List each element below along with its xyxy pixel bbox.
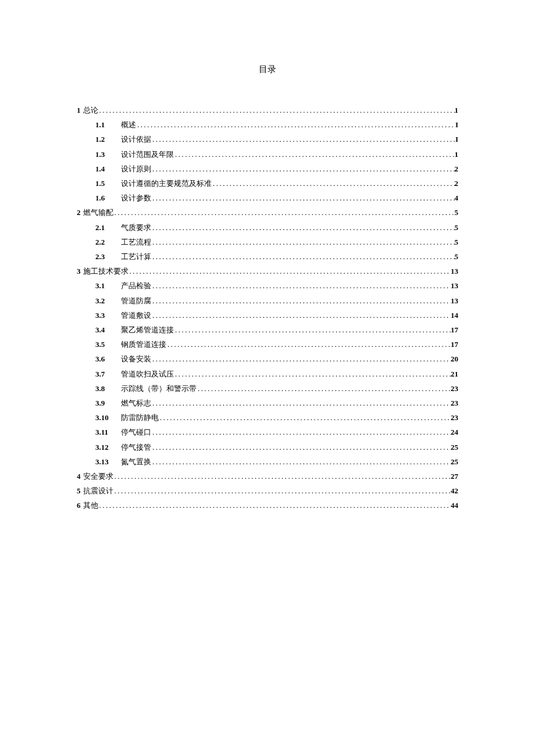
toc-leader-dots — [159, 410, 451, 425]
toc-entry-text: 设计原则 — [121, 162, 151, 176]
toc-leader-dots — [151, 162, 455, 176]
toc-entry-page: 25 — [451, 440, 458, 454]
toc-entry: 2.3工艺计算5 — [77, 249, 458, 264]
toc-entry-page: 5 — [455, 205, 459, 220]
toc-entry-number: 3 — [77, 264, 81, 278]
toc-entry-text: 工艺流程 — [121, 235, 151, 249]
toc-entry-number: 3.8 — [95, 381, 121, 396]
toc-entry-page: 13 — [451, 264, 458, 278]
toc-entry-page: 25 — [451, 454, 458, 469]
toc-entry-text: 设计参数 — [121, 191, 151, 205]
toc-entry-number: 3.11 — [95, 425, 121, 439]
toc-leader-dots — [151, 235, 455, 249]
toc-leader-dots — [151, 396, 451, 410]
toc-entry-text: 钢质管道连接 — [121, 337, 166, 352]
toc-entry-page: 17 — [451, 323, 458, 337]
toc-entry-page: 23 — [451, 396, 458, 410]
toc-leader-dots — [98, 103, 455, 117]
toc-entry-page: 13 — [451, 278, 458, 293]
toc-entry-text: 防雷防静电 — [121, 410, 159, 425]
toc-entry: 5抗震设计42 — [77, 483, 458, 498]
toc-entry-number: 3.1 — [95, 278, 121, 293]
toc-entry: 1.2设计依据I — [77, 132, 458, 146]
toc-leader-dots — [197, 381, 451, 396]
toc-entry-text: 施工技术要求 — [83, 264, 129, 278]
toc-entry-number: 6 — [77, 498, 81, 513]
toc-leader-dots — [151, 220, 455, 235]
toc-entry-text: 氮气置换 — [121, 454, 151, 469]
toc-entry-text: 聚乙烯管道连接 — [121, 323, 174, 337]
toc-entry-page: 1 — [455, 147, 459, 162]
toc-leader-dots — [151, 352, 451, 366]
toc-entry: 3施工技术要求13 — [77, 264, 458, 278]
toc-leader-dots — [151, 308, 451, 323]
toc-entry: 3.6设备安装20 — [77, 352, 458, 366]
toc-entry-page: 24 — [451, 425, 458, 439]
toc-entry-number: 1.1 — [95, 117, 121, 132]
toc-entry-page: 2 — [455, 176, 459, 191]
toc-entry-text: 停气接管 — [121, 440, 151, 454]
toc-leader-dots — [174, 323, 451, 337]
toc-entry-page: 5 — [455, 249, 459, 264]
toc-entry-number: 3.12 — [95, 440, 121, 454]
toc-entry-text: 设计遵循的主要规范及标准 — [121, 176, 212, 191]
toc-entry-number: 3.13 — [95, 454, 121, 469]
toc-entry: 4安全要求27 — [77, 469, 458, 483]
toc-leader-dots — [151, 132, 455, 146]
toc-entry-text: 停气碰口 — [121, 425, 151, 439]
toc-entry-number: 3.9 — [95, 396, 121, 410]
toc-entry: 1.4设计原则2 — [77, 162, 458, 176]
toc-entry: 6其他44 — [77, 498, 458, 513]
toc-entry-text: 抗震设计 — [83, 483, 113, 498]
toc-entry-number: 5 — [77, 483, 81, 498]
toc-entry: 3.5钢质管道连接17 — [77, 337, 458, 352]
toc-entry-text: 设计范围及年限 — [121, 147, 174, 162]
toc-entry-page: 20 — [451, 352, 458, 366]
toc-entry: 3.9燃气标志23 — [77, 396, 458, 410]
toc-leader-dots — [129, 264, 451, 278]
toc-entry-page: 1 — [455, 103, 459, 117]
toc-entry-page: 4 — [455, 191, 459, 205]
toc-entry-text: 其他 — [83, 498, 98, 513]
toc-entry-page: I — [455, 117, 458, 132]
toc-leader-dots — [136, 117, 455, 132]
toc-entry: 1.5设计遵循的主要规范及标准2 — [77, 176, 458, 191]
toc-leader-dots — [113, 483, 451, 498]
toc-entry-page: 44 — [451, 498, 458, 513]
toc-entry: 2.2工艺流程5 — [77, 235, 458, 249]
toc-entry-text: 燃气标志 — [121, 396, 151, 410]
toc-entry-number: 3.4 — [95, 323, 121, 337]
toc-entry-number: 2.2 — [95, 235, 121, 249]
toc-entry-text: 产品检验 — [121, 278, 151, 293]
toc-title: 目录 — [77, 64, 458, 75]
toc-entry-text: 设计依据 — [121, 132, 151, 146]
toc-entry-page: 2 — [455, 162, 459, 176]
toc-entry-number: 2.1 — [95, 220, 121, 235]
toc-entry-number: 3.7 — [95, 367, 121, 381]
toc-entry-text: 管道敷设 — [121, 308, 151, 323]
toc-entry: 3.1产品检验13 — [77, 278, 458, 293]
toc-entry-number: 2 — [77, 205, 81, 220]
toc-entry: 3.2管道防腐13 — [77, 293, 458, 308]
toc-entry-number: 3.6 — [95, 352, 121, 366]
toc-leader-dots — [166, 337, 451, 352]
toc-entry: 3.10防雷防静电23 — [77, 410, 458, 425]
toc-entry: 1.6设计参数4 — [77, 191, 458, 205]
toc-entry: 1总论1 — [77, 103, 458, 117]
toc-entry-number: 1.5 — [95, 176, 121, 191]
toc-entry-number: 3.5 — [95, 337, 121, 352]
toc-entry-page: 21 — [451, 367, 458, 381]
toc-entry: 3.11停气碰口24 — [77, 425, 458, 439]
toc-entry-number: 1.2 — [95, 132, 121, 146]
toc-leader-dots — [212, 176, 455, 191]
toc-entry: 3.4聚乙烯管道连接17 — [77, 323, 458, 337]
toc-entry-page: I — [455, 132, 458, 146]
toc-entry-text: 安全要求 — [83, 469, 113, 483]
toc-leader-dots — [113, 205, 455, 220]
toc-entry-text: 管道防腐 — [121, 293, 151, 308]
toc-entry-text: 管道吹扫及试压 — [121, 367, 174, 381]
toc-leader-dots — [151, 425, 451, 439]
toc-leader-dots — [174, 147, 455, 162]
toc-entry-text: 总论 — [83, 103, 98, 117]
toc-entry-number: 3.3 — [95, 308, 121, 323]
